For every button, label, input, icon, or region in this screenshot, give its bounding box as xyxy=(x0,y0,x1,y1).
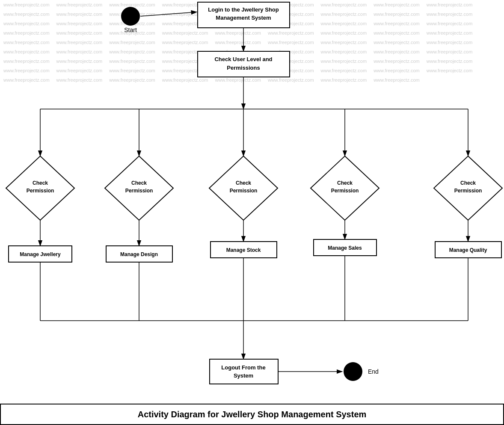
manage-jwellery-text: Manage Jwellery xyxy=(20,251,61,257)
diamond5-text2: Permission xyxy=(454,188,482,194)
diamond1-text2: Permission xyxy=(27,188,54,194)
diagram-container: Start Login to the Jwellery Shop Managem… xyxy=(0,0,504,425)
logout-text2: System xyxy=(234,372,253,379)
start-circle xyxy=(121,7,140,26)
manage-design-text: Manage Design xyxy=(120,251,158,257)
login-text-line1: Login to the Jwellery Shop xyxy=(208,6,279,13)
end-label: End xyxy=(368,368,379,375)
manage-stock-text: Manage Stock xyxy=(226,247,261,253)
diamond4-text1: Check xyxy=(337,180,353,186)
login-text-line2: Management System xyxy=(216,15,271,21)
diamond2-text1: Check xyxy=(131,180,147,186)
diamond4-text2: Permission xyxy=(331,188,359,194)
logout-text1: Logout From the xyxy=(221,364,265,371)
activity-diagram: Start Login to the Jwellery Shop Managem… xyxy=(0,0,504,425)
title-bar: Activity Diagram for Jwellery Shop Manag… xyxy=(0,404,504,425)
diamond3-text2: Permission xyxy=(230,188,258,194)
check-permissions-box xyxy=(198,51,290,77)
check-perm-text2: Permissions xyxy=(227,65,260,71)
manage-sales-text: Manage Sales xyxy=(328,245,362,251)
diamond5-text1: Check xyxy=(460,180,476,186)
check-perm-text1: Check User Level and xyxy=(214,56,272,62)
diamond3-text1: Check xyxy=(236,180,251,186)
logout-box xyxy=(210,359,278,384)
end-circle xyxy=(344,362,362,381)
start-label: Start xyxy=(124,27,137,33)
diagram-title: Activity Diagram for Jwellery Shop Manag… xyxy=(138,410,367,419)
diamond2-text2: Permission xyxy=(125,188,153,194)
manage-quality-text: Manage Quality xyxy=(449,247,487,253)
arrow-start-login xyxy=(140,12,197,16)
diamond1-text1: Check xyxy=(33,180,48,186)
